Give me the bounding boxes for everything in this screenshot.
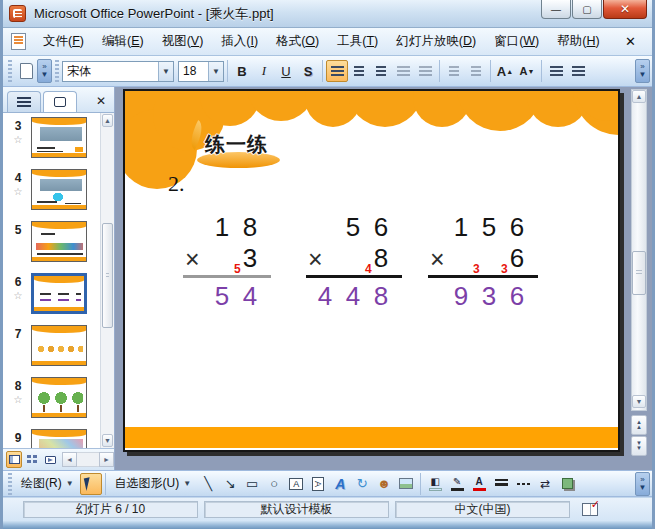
slide-thumbnail-4[interactable]: 4☆	[5, 169, 87, 210]
bullet-list-button[interactable]	[465, 60, 487, 82]
slide-thumbnail-8[interactable]: 8☆	[5, 377, 87, 418]
close-document-button[interactable]: ✕	[615, 34, 646, 49]
menu-item[interactable]: 插入(I)	[212, 29, 267, 54]
text-box-button[interactable]: A	[285, 473, 307, 495]
align-left-button[interactable]	[326, 60, 348, 82]
select-objects-button[interactable]	[80, 473, 102, 495]
italic-button[interactable]: I	[253, 60, 275, 82]
draw-menu-button[interactable]: 绘图(R)▼	[15, 473, 80, 494]
clip-art-button[interactable]: ☻	[373, 473, 395, 495]
fill-color-button[interactable]: ◧	[424, 473, 446, 495]
multiplication-problem-3[interactable]: 1566×33936	[428, 212, 538, 310]
thumbnail-image[interactable]	[31, 429, 87, 448]
wordart-button[interactable]: A	[329, 473, 351, 495]
scroll-up-arrow[interactable]: ▲	[102, 114, 113, 127]
slideshow-button[interactable]	[42, 451, 58, 468]
menu-item[interactable]: 帮助(H)	[548, 29, 608, 54]
menu-item[interactable]: 窗口(W)	[485, 29, 548, 54]
toolbar-options-button[interactable]: »▼	[37, 59, 52, 83]
chevron-down-icon[interactable]: ▼	[208, 62, 223, 81]
line-style-button[interactable]	[490, 473, 512, 495]
scroll-down-arrow[interactable]: ▼	[102, 434, 113, 447]
toolbar-grip[interactable]	[8, 60, 12, 82]
scroll-up-arrow[interactable]: ▲	[632, 90, 646, 103]
tab-slides[interactable]	[43, 91, 77, 112]
decrease-indent-button[interactable]	[545, 60, 567, 82]
slide-sorter-button[interactable]	[24, 451, 40, 468]
scroll-thumb[interactable]	[632, 251, 646, 295]
toolbar-grip[interactable]	[8, 473, 12, 495]
align-right-button[interactable]	[370, 60, 392, 82]
character-spacing-button[interactable]	[414, 60, 436, 82]
slide-thumbnail-9[interactable]: 9	[5, 429, 87, 448]
thumbnail-image[interactable]	[31, 377, 87, 418]
font-name-combo[interactable]: 宋体 ▼	[62, 61, 174, 82]
toolbar-options-button[interactable]: »▼	[635, 59, 650, 83]
tab-outline[interactable]	[7, 91, 41, 112]
previous-slide-button[interactable]: ▲▲	[631, 415, 647, 435]
menu-item[interactable]: 格式(O)	[267, 29, 328, 54]
oval-tool-button[interactable]: ○	[263, 473, 285, 495]
thumbnail-image[interactable]	[31, 169, 87, 210]
dash-style-button[interactable]	[512, 473, 534, 495]
minimize-button[interactable]: —	[541, 0, 571, 19]
slide-thumbnail-6[interactable]: 6☆	[5, 273, 87, 314]
font-size-combo[interactable]: 18 ▼	[178, 61, 224, 82]
arrow-tool-button[interactable]: ↘	[219, 473, 241, 495]
vertical-text-box-button[interactable]: A	[307, 473, 329, 495]
panel-scrollbar[interactable]: ▲ ▼	[100, 113, 114, 448]
text-shadow-button[interactable]: S	[297, 60, 319, 82]
line-tool-button[interactable]: ╲	[197, 473, 219, 495]
insert-picture-button[interactable]	[395, 473, 417, 495]
multiplication-problem-2[interactable]: 568×4448	[306, 212, 402, 310]
arrow-style-button[interactable]: ⇄	[534, 473, 556, 495]
increase-indent-button[interactable]	[567, 60, 589, 82]
next-slide-button[interactable]: ▼▼	[631, 436, 647, 456]
normal-view-button[interactable]	[6, 451, 22, 468]
rectangle-tool-button[interactable]: ▭	[241, 473, 263, 495]
scroll-right-arrow[interactable]: ►	[99, 452, 114, 467]
slide-editing-area[interactable]: 练一练 2. 183×554568×44481566×33936 ▲ ▼ ▲▲ …	[115, 87, 652, 470]
thumbnail-image[interactable]	[31, 221, 87, 262]
thumbnail-image[interactable]	[31, 117, 87, 158]
horizontal-scrollbar[interactable]: ◄ ►	[62, 452, 114, 467]
slide-canvas[interactable]: 练一练 2. 183×554568×44481566×33936	[123, 89, 620, 452]
distribute-text-button[interactable]	[392, 60, 414, 82]
language-status[interactable]: 中文(中国)	[395, 501, 570, 518]
scroll-left-arrow[interactable]: ◄	[62, 452, 77, 467]
line-color-button[interactable]: ✎	[446, 473, 468, 495]
decrease-font-button[interactable]: A▼	[516, 60, 538, 82]
close-panel-button[interactable]: ✕	[96, 94, 110, 112]
font-color-button[interactable]: A	[468, 473, 490, 495]
vertical-scrollbar[interactable]: ▲ ▼ ▲▲ ▼▼	[631, 89, 647, 455]
multiplication-problem-1[interactable]: 183×554	[183, 212, 271, 310]
align-center-button[interactable]	[348, 60, 370, 82]
toolbar-options-button[interactable]: »▼	[635, 472, 650, 496]
panel-scroll-thumb[interactable]	[102, 223, 113, 328]
chevron-down-icon[interactable]: ▼	[158, 62, 173, 81]
slide-thumbnail-5[interactable]: 5	[5, 221, 87, 262]
diagram-button[interactable]: ↻	[351, 473, 373, 495]
new-slide-button[interactable]	[15, 60, 37, 82]
toolbar-grip[interactable]	[55, 60, 59, 82]
numbered-list-button[interactable]	[443, 60, 465, 82]
autoshapes-menu-button[interactable]: 自选图形(U)▼	[109, 473, 198, 494]
diagram-icon: ↻	[357, 476, 368, 491]
menu-item[interactable]: 工具(T)	[328, 29, 387, 54]
menu-item[interactable]: 幻灯片放映(D)	[387, 29, 485, 54]
menu-item[interactable]: 编辑(E)	[93, 29, 153, 54]
menu-item[interactable]: 视图(V)	[153, 29, 213, 54]
menu-item[interactable]: 文件(F)	[34, 29, 93, 54]
shadow-style-button[interactable]	[556, 473, 578, 495]
thumbnail-image[interactable]	[31, 325, 87, 366]
underline-button[interactable]: U	[275, 60, 297, 82]
slide-thumbnail-3[interactable]: 3☆	[5, 117, 87, 158]
scroll-down-arrow[interactable]: ▼	[632, 395, 646, 408]
slide-thumbnail-7[interactable]: 7	[5, 325, 87, 366]
increase-font-button[interactable]: A▲	[494, 60, 516, 82]
close-button[interactable]: ✕	[603, 0, 647, 19]
maximize-button[interactable]: ▢	[572, 0, 602, 19]
design-template-status[interactable]: 默认设计模板	[204, 501, 389, 518]
thumbnail-image[interactable]	[31, 273, 87, 314]
bold-button[interactable]: B	[231, 60, 253, 82]
